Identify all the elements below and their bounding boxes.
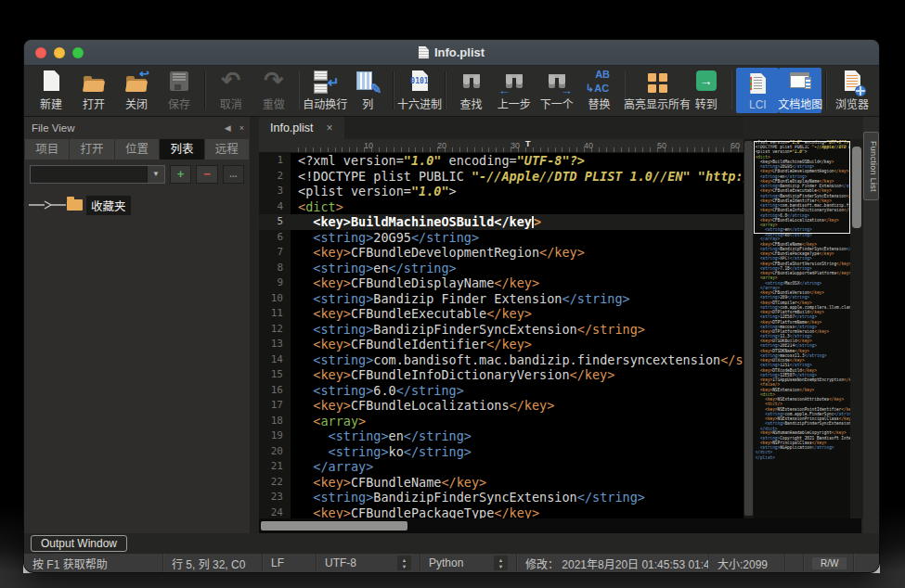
minimap-viewport[interactable] [754,141,850,234]
line-number: 15 [259,367,291,383]
remove-favorite-button[interactable]: − [196,165,217,184]
toolbar-goto-button[interactable]: →转到 [685,68,728,113]
more-options-button[interactable]: ... [223,165,244,184]
minimize-button[interactable] [54,47,65,58]
toolbar-redo-button[interactable]: ↷重做 [252,68,295,113]
traffic-lights [35,47,84,58]
wrap-icon: ↵ [311,70,339,95]
toolbar-hex-button[interactable]: 0101十六进制 [398,68,441,113]
status-encoding[interactable]: UTF-8▲▼ [317,554,420,572]
favorites-combo-input[interactable] [31,166,147,183]
toolbar-separator [299,71,301,109]
toolbar-separator [825,71,827,109]
toolbar-next-button[interactable]: →下一个 [536,68,578,113]
code-line: 22 <key>CFBundleName</key> [259,475,743,491]
editor-tab-bar: Info.plist × [259,117,743,139]
toolbar-new-label: 新建 [40,96,62,111]
zoom-button[interactable] [72,47,84,58]
status-eol: LF [263,554,317,572]
code-line: 7 <key>CFBundleDevelopmentRegion</key> [259,245,743,261]
toolbar-next-label: 下一个 [540,96,574,111]
panel-collapse-icon[interactable]: ◀ [225,123,231,133]
code-line: 12 <string>BandizipFinderSyncExtension</… [259,322,743,338]
toolbar-new-button[interactable]: 新建 [30,68,72,113]
status-language-stepper[interactable]: ▲▼ [494,556,508,570]
function-list-tab[interactable]: Function List [863,132,879,200]
toolbar-close-button[interactable]: ↩关闭 [115,68,158,113]
toolbar-prev-button[interactable]: ←上一步 [493,68,536,113]
status-size-text: 大小:2099 [718,556,768,571]
toolbar-find-button[interactable]: 查找 [450,68,493,113]
titlebar[interactable]: Info.plist [24,40,879,66]
horizontal-scrollbar[interactable] [259,518,861,533]
toolbar-lci-button[interactable]: LCI [736,68,779,113]
status-readwrite[interactable]: R/W [804,554,854,572]
close-button[interactable] [35,47,46,58]
desktop-bottom-band [0,574,905,588]
panel-close-icon[interactable]: × [239,123,244,133]
ruler-cursor-marker: T [525,139,531,148]
ruler-number: 10 [364,141,373,150]
code-line: 16 <string>6.0</string> [259,383,743,399]
document-map[interactable]: <?xml version="1.0" encoding="UTF-8"?><!… [754,139,850,518]
column-ruler: 102030405060T [259,139,743,153]
toolbar-hex-label: 十六进制 [397,96,442,111]
status-language[interactable]: Python▲▼ [420,554,517,572]
toolbar-lci-label: LCI [749,98,767,111]
sidebar-tab-location[interactable]: 位置 [115,139,159,160]
line-number: 8 [259,261,291,276]
output-window-button[interactable]: Output Window [31,535,127,552]
line-number: 2 [259,169,291,185]
add-favorite-button[interactable]: + [170,165,191,184]
line-number: 22 [259,475,291,491]
editor-tab[interactable]: Info.plist × [259,117,344,139]
sidebar-tab-remote[interactable]: 远程 [205,139,249,160]
toolbar-docmap-button[interactable]: 文档地图 [779,68,821,113]
toolbar-browser-button[interactable]: 浏览器 [831,68,873,113]
undo-icon: ↶ [217,70,245,95]
toolbar-save-button[interactable]: 保存 [158,68,200,113]
vscroll-thumb[interactable] [744,141,753,516]
toolbar-undo-button[interactable]: ↶取消 [210,68,252,113]
window-title-area: Info.plist [24,45,879,59]
line-number: 12 [259,322,291,338]
tree-item-favorites[interactable]: 收藏夹 [28,197,250,213]
code-line: 18 <array> [259,414,743,429]
redo-icon: ↷ [260,70,288,95]
toolbar-open-button[interactable]: 打开 [72,68,115,113]
hscroll-thumb[interactable] [261,521,407,530]
folder-icon [67,199,83,211]
code-line: 8 <string>en</string> [259,261,743,276]
open-icon [80,70,108,95]
line-number: 17 [259,398,291,414]
toolbar-highlight-button[interactable]: 高亮显示所有 [629,68,684,113]
toolbar-column-button[interactable]: ✎列 [346,68,389,113]
toolbar-prev-label: 上一步 [498,96,531,111]
document-icon [419,46,429,58]
toolbar-browser-label: 浏览器 [835,96,869,111]
line-number: 9 [259,275,291,291]
sidebar-tab-open[interactable]: 打开 [70,139,113,160]
tab-close-icon[interactable]: × [327,121,333,134]
lci-icon [743,72,771,97]
docmap-icon [786,70,814,95]
toolbar-replace-button[interactable]: AB↳AC替换 [578,68,621,113]
combo-dropdown-icon[interactable]: ▼ [147,166,164,183]
code-line: 15 <key>CFBundleInfoDictionaryVersion</k… [259,367,743,383]
line-number: 1 [259,153,291,169]
minimap-scroll-thumb[interactable] [852,147,861,228]
status-encoding-stepper[interactable]: ▲▼ [397,556,411,570]
window-title: Info.plist [434,45,485,59]
tree-item-label: 收藏夹 [86,196,131,215]
status-help: 按 F1 获取帮助 [24,554,163,572]
favorites-combo[interactable]: ▼ [30,165,165,184]
status-readwrite-button[interactable]: R/W [812,557,847,569]
toolbar-wrap-button[interactable]: ↵自动换行 [304,68,346,113]
minimap-scrollbar[interactable] [850,139,863,518]
sidebar-tab-list[interactable]: 列表 [160,139,203,160]
toolbar-wrap-label: 自动换行 [303,96,347,111]
line-number: 11 [259,306,291,322]
editor-vertical-scrollbar[interactable] [743,139,754,518]
sidebar-tab-project[interactable]: 项目 [25,139,69,160]
code-editor[interactable]: 1<?xml version="1.0" encoding="UTF-8"?>2… [259,153,743,533]
